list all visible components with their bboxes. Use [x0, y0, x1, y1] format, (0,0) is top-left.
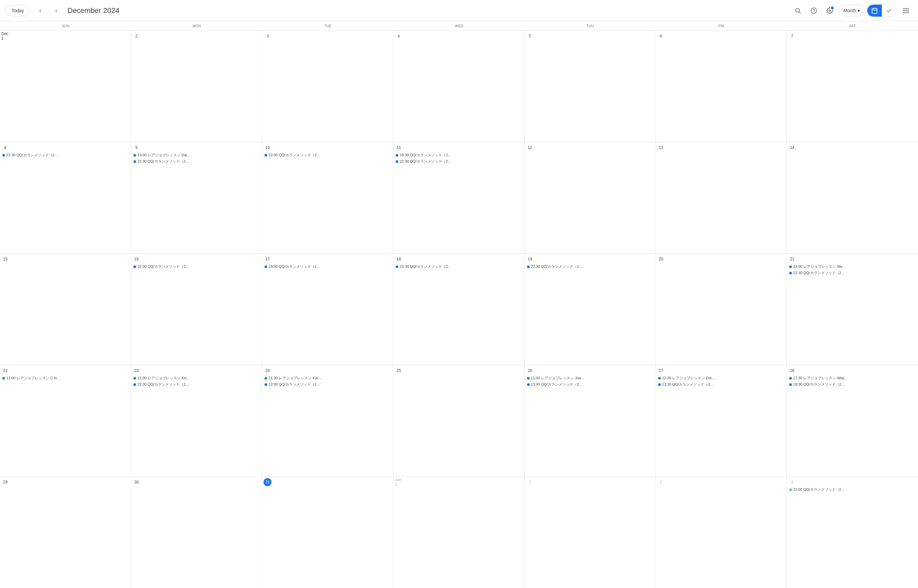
day-number[interactable]: 15 — [1, 255, 9, 263]
apps-button[interactable] — [899, 4, 913, 17]
settings-button[interactable] — [823, 4, 836, 17]
next-button[interactable]: › — [50, 5, 62, 16]
calendar-event[interactable]: 12:00 QQ/カランメソッド（2… — [263, 381, 392, 387]
day-cell: 5 — [525, 31, 656, 142]
event-dot — [396, 160, 398, 163]
day-number[interactable]: 30 — [133, 478, 141, 486]
day-number[interactable]: 10 — [263, 144, 272, 152]
month-title: December 2024 — [67, 6, 787, 15]
svg-rect-5 — [872, 8, 877, 13]
calendar-header: Today ‹ › December 2024 Month ▾ — [0, 0, 918, 21]
day-number[interactable]: 3 — [263, 32, 272, 40]
day-number[interactable]: 3 — [657, 478, 665, 486]
day-cell: 14 — [787, 142, 918, 254]
grid-icon — [903, 8, 909, 13]
event-dot — [396, 265, 398, 268]
calendar-event[interactable]: 22:30 QQ/カランメソッド（2… — [1, 152, 129, 158]
calendar-view-button[interactable] — [867, 5, 882, 16]
day-cell: 2817:30 レアジョブレッスン Way…18:30 QQ/カランメソッド（2… — [787, 365, 918, 477]
day-headers: SUNMONTUEWEDTHUFRISAT — [0, 21, 918, 31]
event-text: 11:00 レアジョブレッスン C.N… — [6, 376, 60, 381]
day-number[interactable]: 22 — [1, 367, 9, 375]
day-cell: 2 — [525, 477, 656, 588]
day-header-thu: THU — [525, 21, 656, 31]
calendar-event[interactable]: 11:30 レアジョブレッスン Kai.… — [263, 375, 392, 381]
help-button[interactable] — [807, 4, 820, 17]
calendar-icon — [871, 7, 878, 14]
day-number[interactable]: 7 — [788, 32, 796, 40]
calendar-event[interactable]: 22:30 QQ/カランメソッド（2… — [133, 158, 260, 164]
day-number[interactable]: 21 — [788, 255, 796, 263]
day-number[interactable]: 13 — [657, 144, 665, 152]
day-number[interactable]: 12 — [526, 144, 534, 152]
day-number[interactable]: 11 — [394, 144, 402, 152]
event-text: 19:30 QQ/カランメソッド（2… — [399, 153, 451, 158]
event-text: 19:30 QQ/カランメソッド（2… — [268, 264, 320, 269]
calendar-event[interactable]: 22:30 QQ/カランメソッド（2… — [133, 381, 260, 387]
day-number[interactable]: Dec 1 — [1, 32, 9, 40]
day-number[interactable]: 6 — [657, 32, 665, 40]
calendar-event[interactable]: 22:30 QQ/カランメソッド（2… — [133, 264, 260, 270]
calendar-event[interactable]: 11:00 レアジョブレッスン C.N… — [1, 375, 129, 381]
calendar-event[interactable]: 22:30 QQ/カランメソッド（2… — [394, 264, 523, 270]
search-button[interactable] — [791, 4, 805, 17]
day-number[interactable]: 20 — [657, 255, 665, 263]
calendar-event[interactable]: 22:30 QQ/カランメソッド（2… — [788, 270, 917, 276]
day-number[interactable]: 17 — [263, 255, 272, 263]
tasks-view-button[interactable] — [882, 5, 897, 16]
day-number[interactable]: 2 — [526, 478, 534, 486]
search-icon — [795, 7, 801, 14]
day-number[interactable]: 27 — [657, 367, 665, 375]
day-cell: 2 — [131, 31, 262, 142]
day-number[interactable]: 8 — [1, 144, 9, 152]
event-dot — [789, 488, 792, 491]
event-text: 22:00 レアジョブレッスン Me… — [793, 264, 846, 269]
day-header-sun: SUN — [0, 21, 131, 31]
day-cell: 2211:00 レアジョブレッスン C.N… — [0, 365, 131, 477]
day-number[interactable]: 19 — [526, 255, 534, 263]
calendar-event[interactable]: 22:30 QQ/カランメソッド（2… — [394, 158, 523, 164]
event-text: 22:30 QQ/カランメソッド（2… — [793, 270, 845, 275]
calendar-event[interactable]: 22:00 QQ/カランメソッド（2… — [788, 487, 917, 493]
calendar-event[interactable]: 19:00 レアジョブレッスン Dai… — [133, 152, 260, 158]
day-number[interactable]: 26 — [526, 367, 534, 375]
event-text: 17:30 レアジョブレッスン Way… — [793, 376, 848, 381]
calendar-event[interactable]: 13:30 QQ/カランメソッド（2… — [657, 381, 785, 387]
prev-button[interactable]: ‹ — [34, 5, 46, 16]
day-number[interactable]: 18 — [394, 255, 402, 263]
event-dot — [265, 265, 267, 268]
day-number[interactable]: 23 — [133, 367, 141, 375]
day-number[interactable]: 28 — [788, 367, 796, 375]
event-text: 13:00 QQ/カランメソッド（2… — [531, 382, 583, 387]
day-number[interactable]: 4 — [394, 32, 402, 40]
calendar-event[interactable]: 12:30 レアジョブレッスン Dor… — [657, 375, 785, 381]
calendar-event[interactable]: 22:00 レアジョブレッスン Me… — [788, 264, 917, 270]
svg-point-3 — [814, 11, 814, 12]
day-cell: 6 — [656, 31, 787, 142]
day-number[interactable]: 31 — [263, 478, 272, 486]
day-number[interactable]: 16 — [133, 255, 141, 263]
event-text: 22:30 QQ/カランメソッド（2… — [399, 159, 451, 164]
calendar-event[interactable]: 19:30 QQ/カランメソッド（2… — [263, 264, 392, 270]
calendar-event[interactable]: 18:30 QQ/カランメソッド（2… — [788, 381, 917, 387]
day-number[interactable]: Jan 1 — [394, 478, 402, 486]
calendar-event[interactable]: 11:00 レアジョブレッスン Kin… — [133, 375, 260, 381]
day-number[interactable]: 29 — [1, 478, 9, 486]
day-number[interactable]: 25 — [394, 367, 402, 375]
calendar-event[interactable]: 19:30 QQ/カランメソッド（2… — [394, 152, 523, 158]
today-button[interactable]: Today — [5, 5, 30, 16]
day-number[interactable]: 4 — [788, 478, 796, 486]
view-label: Month — [843, 8, 856, 13]
day-number[interactable]: 24 — [263, 367, 272, 375]
calendar-event[interactable]: 13:00 QQ/カランメソッド（2… — [526, 381, 654, 387]
day-number[interactable]: 2 — [133, 32, 141, 40]
calendar-event[interactable]: 17:30 レアジョブレッスン Way… — [788, 375, 917, 381]
calendar-event[interactable]: 22:00 QQ/カランメソッド（2… — [263, 152, 392, 158]
view-selector[interactable]: Month ▾ — [839, 5, 864, 16]
day-header-sat: SAT — [787, 21, 918, 31]
calendar-event[interactable]: 22:30 QQ/カランメソッド（2… — [526, 264, 654, 270]
calendar-event[interactable]: 11:00 レアジョブレッスン Joa… — [526, 375, 654, 381]
day-number[interactable]: 5 — [526, 32, 534, 40]
day-number[interactable]: 14 — [788, 144, 796, 152]
day-number[interactable]: 9 — [133, 144, 141, 152]
